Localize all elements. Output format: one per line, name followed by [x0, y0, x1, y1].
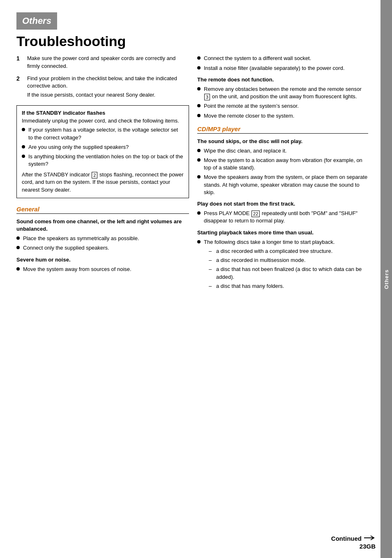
bullet-icon: [197, 114, 201, 117]
general-sub1-bullet-1: Place the speakers as symmetrically as p…: [16, 235, 189, 242]
cdmp3-sub1-bullet-3: Move the speakers away from the system, …: [197, 174, 368, 196]
general-sub1-bullets: Place the speakers as symmetrically as p…: [16, 235, 189, 252]
step-1-num: 1: [16, 55, 25, 69]
general-sub2-bullets: Move the system away from sources of noi…: [16, 266, 189, 273]
dash-item-2: – a disc recorded in multisession mode.: [209, 257, 368, 264]
general-section-title: General: [16, 206, 39, 213]
two-col-layout: 1 Make sure the power cord and speaker c…: [16, 55, 368, 294]
bullet-icon: [197, 211, 201, 215]
general-sub1-bullet-2: Connect only the supplied speakers.: [16, 244, 189, 252]
standby-bullet-2: Are you using only the supplied speakers…: [22, 144, 184, 151]
bullet-icon: [197, 104, 201, 107]
continued-arrow-icon: [364, 535, 376, 542]
side-tab: Others: [380, 0, 392, 558]
bullet-icon: [197, 175, 201, 178]
side-tab-label: Others: [383, 269, 390, 289]
standby-box-intro: Immediately unplug the power cord, and c…: [22, 118, 184, 124]
standby-box: If the STANDBY indicator flashes Immedia…: [16, 105, 189, 198]
others-header-box: Others: [16, 12, 57, 30]
bullet-icon: [16, 267, 20, 271]
cdmp3-sub3-bullets: The following discs take a longer time t…: [197, 238, 368, 292]
others-title: Others: [22, 16, 51, 26]
sensor-3-box: 3: [204, 94, 210, 100]
cdmp3-sub3-bullet-1: The following discs take a longer time t…: [197, 238, 368, 292]
standby-bullet-3: Is anything blocking the ventilation hol…: [22, 153, 184, 168]
remote-bullets: Remove any obstacles between the remote …: [197, 86, 368, 120]
step-2-text: Find your problem in the checklist below…: [27, 75, 189, 99]
remote-bullet-3: Move the remote closer to the system.: [197, 112, 368, 120]
cdmp3-sub1-bullets: Wipe the disc clean, and replace it. Mov…: [197, 147, 368, 196]
main-content: Others Troubleshooting 1 Make sure the p…: [0, 0, 380, 558]
cdmp3-sub1-title: The sound skips, or the disc will not pl…: [197, 138, 368, 145]
wall-socket-bullet-2: Install a noise filter (available separa…: [197, 65, 368, 72]
continued-label: Continued: [331, 535, 376, 542]
page-footer: Continued 23GB: [331, 535, 376, 550]
general-sub1-title: Sound comes from one channel, or the lef…: [16, 218, 189, 233]
standby-bullets: If your system has a voltage selector, i…: [22, 126, 184, 168]
general-section-header: General: [16, 206, 189, 214]
step-2: 2 Find your problem in the checklist bel…: [16, 75, 189, 99]
cdmp3-sub2-title: Play does not start from the first track…: [197, 200, 368, 208]
step-1-text: Make sure the power cord and speaker cor…: [27, 55, 189, 69]
wall-socket-bullet-1: Connect the system to a different wall s…: [197, 55, 368, 62]
bullet-icon: [197, 66, 201, 69]
main-title: Troubleshooting: [16, 34, 368, 49]
bullet-icon: [197, 240, 201, 243]
remote-sub-title: The remote does not function.: [197, 76, 368, 83]
bullet-icon: [16, 236, 20, 240]
bullet-icon: [16, 246, 20, 249]
indicator-2-box: 2: [92, 172, 97, 178]
left-column: 1 Make sure the power cord and speaker c…: [16, 55, 189, 294]
cdmp3-section-title: CD/MP3 player: [197, 125, 240, 132]
general-sub2-title: Severe hum or noise.: [16, 256, 189, 264]
disc-dash-list: – a disc recorded with a complicated tre…: [204, 248, 368, 290]
general-sub2-bullet-1: Move the system away from sources of noi…: [16, 266, 189, 273]
step-1: 1 Make sure the power cord and speaker c…: [16, 55, 189, 69]
standby-bullet-1: If your system has a voltage selector, i…: [22, 126, 184, 141]
play-mode-22-box: 22: [251, 211, 260, 217]
dash-item-4: – a disc that has many folders.: [209, 282, 368, 290]
cdmp3-sub3-title: Starting playback takes more time than u…: [197, 229, 368, 236]
remote-bullet-2: Point the remote at the system’s sensor.: [197, 102, 368, 110]
cdmp3-sub1-bullet-1: Wipe the disc clean, and replace it.: [197, 147, 368, 155]
dash-item-1: – a disc recorded with a complicated tre…: [209, 248, 368, 255]
remote-bullet-1: Remove any obstacles between the remote …: [197, 86, 368, 100]
bullet-icon: [197, 87, 201, 90]
bullet-icon: [197, 149, 201, 152]
wall-socket-bullets: Connect the system to a different wall s…: [197, 55, 368, 72]
standby-box-title: If the STANDBY indicator flashes: [22, 110, 184, 116]
right-column: Connect the system to a different wall s…: [197, 55, 368, 294]
bullet-icon-3: [22, 155, 25, 158]
standby-box-footer: After the STANDBY indicator 2 stops flas…: [22, 171, 184, 194]
cdmp3-sub2-bullets: Press PLAY MODE 22 repeatedly until both…: [197, 210, 368, 225]
dash-item-3: – a disc that has not been finalized (a …: [209, 266, 368, 280]
bullet-icon-2: [22, 145, 25, 148]
page-number: 23GB: [331, 543, 376, 550]
bullet-icon: [197, 158, 201, 162]
step-2-num: 2: [16, 75, 25, 99]
cdmp3-sub1-bullet-2: Move the system to a location away from …: [197, 157, 368, 171]
page-container: Others Troubleshooting 1 Make sure the p…: [0, 0, 392, 558]
numbered-steps: 1 Make sure the power cord and speaker c…: [16, 55, 189, 99]
bullet-icon: [197, 56, 201, 60]
bullet-icon-1: [22, 128, 25, 131]
cdmp3-section-header: CD/MP3 player: [197, 125, 368, 134]
cdmp3-sub2-bullet-1: Press PLAY MODE 22 repeatedly until both…: [197, 210, 368, 225]
step-2-sub-note: If the issue persists, contact your near…: [27, 91, 189, 99]
